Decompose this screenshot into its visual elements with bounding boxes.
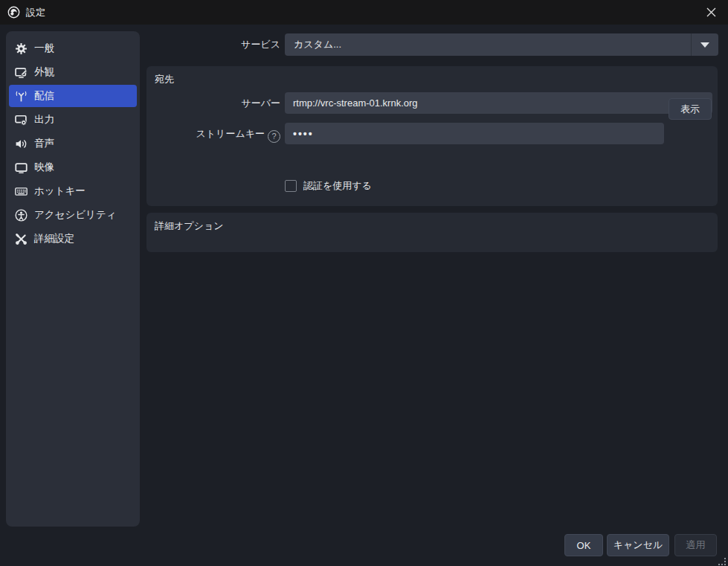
- show-key-button[interactable]: 表示: [669, 98, 712, 120]
- sidebar-item-ホットキー[interactable]: ホットキー: [9, 180, 137, 202]
- resize-grip-icon[interactable]: [718, 556, 727, 565]
- sidebar-item-アクセシビリティ[interactable]: アクセシビリティ: [9, 204, 137, 226]
- auth-checkbox[interactable]: [285, 180, 297, 192]
- destination-panel: 宛先 サーバー ストリームキー? 表示 認証を使用する: [146, 66, 718, 206]
- auth-checkbox-row[interactable]: 認証を使用する: [285, 179, 372, 193]
- ok-button[interactable]: OK: [564, 534, 603, 556]
- window-title: 設定: [26, 6, 45, 19]
- sidebar-item-label: 外観: [34, 65, 54, 79]
- sidebar-item-外観[interactable]: 外観: [9, 61, 137, 83]
- cancel-button[interactable]: キャンセル: [607, 534, 669, 556]
- sidebar-item-配信[interactable]: 配信: [9, 85, 137, 107]
- sidebar-item-label: ホットキー: [34, 184, 86, 198]
- obs-logo-icon: [7, 6, 20, 19]
- sidebar-item-label: 一般: [34, 42, 54, 55]
- stream-key-input[interactable]: [285, 123, 664, 144]
- sidebar-item-出力[interactable]: 出力: [9, 109, 137, 131]
- advanced-options-header: 詳細オプション: [146, 213, 718, 233]
- sidebar-item-一般[interactable]: 一般: [9, 37, 137, 60]
- close-icon[interactable]: [694, 0, 728, 25]
- server-label: サーバー: [146, 92, 280, 114]
- audio-icon: [15, 138, 28, 150]
- auth-checkbox-label: 認証を使用する: [303, 179, 372, 193]
- sidebar-item-音声[interactable]: 音声: [9, 132, 137, 155]
- chevron-down-icon[interactable]: [691, 33, 718, 56]
- destination-header: 宛先: [146, 66, 718, 86]
- apply-button[interactable]: 適用: [674, 534, 717, 556]
- service-dropdown[interactable]: カスタム...: [285, 33, 718, 56]
- settings-sidebar: 一般外観配信出力音声映像ホットキーアクセシビリティ詳細設定: [6, 31, 140, 527]
- titlebar: 設定: [0, 0, 728, 25]
- gear-icon: [15, 42, 28, 55]
- sidebar-item-label: 映像: [34, 161, 54, 174]
- service-label: サービス: [146, 33, 280, 56]
- question-circle-icon[interactable]: ?: [268, 130, 280, 143]
- keyboard-icon: [15, 185, 28, 198]
- sidebar-item-label: 配信: [34, 89, 54, 103]
- appearance-icon: [15, 66, 28, 79]
- tools-icon: [15, 233, 28, 245]
- video-icon: [15, 161, 28, 174]
- advanced-options-panel: 詳細オプション: [146, 213, 718, 252]
- settings-window: 一般外観配信出力音声映像ホットキーアクセシビリティ詳細設定 サービス カスタム.…: [0, 25, 728, 566]
- sidebar-item-label: 出力: [34, 113, 54, 126]
- broadcast-icon: [15, 90, 28, 103]
- output-icon: [15, 114, 28, 126]
- sidebar-item-映像[interactable]: 映像: [9, 156, 137, 179]
- stream-key-label: ストリームキー?: [146, 123, 280, 144]
- sidebar-item-詳細設定[interactable]: 詳細設定: [9, 228, 137, 250]
- accessibility-icon: [15, 209, 28, 222]
- service-dropdown-value: カスタム...: [285, 38, 691, 51]
- server-input[interactable]: [285, 92, 712, 114]
- sidebar-item-label: 詳細設定: [34, 232, 74, 245]
- sidebar-item-label: 音声: [34, 137, 54, 150]
- sidebar-item-label: アクセシビリティ: [34, 208, 117, 222]
